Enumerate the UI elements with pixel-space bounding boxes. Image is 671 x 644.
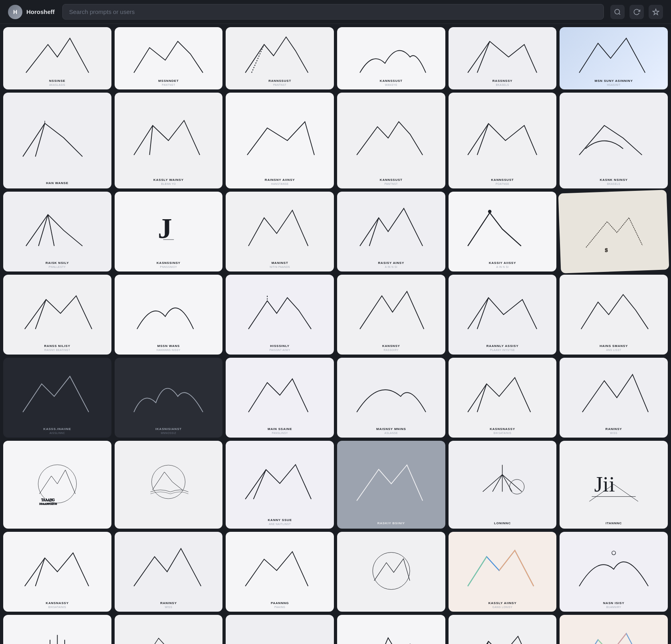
tile-12[interactable]: KASNK NSINSY BKASELS xyxy=(560,93,668,188)
tile-20[interactable]: MSSN WANS HANNNNS NISSY xyxy=(115,275,223,355)
tile-25[interactable]: KASSS.INAIINE AISSLINNC xyxy=(3,358,111,438)
tile-36[interactable]: Jii ITANNNC xyxy=(560,441,668,529)
image-grid: NSSINSE AKASLASIS MSSNNDET PANTNST RANNS… xyxy=(0,24,671,644)
tile-15-sub: NITIN PAANDS xyxy=(229,266,331,268)
tile-27-title: MAIN SSAINE xyxy=(229,427,331,431)
tile-6[interactable]: MSN SUNY ASINNINY HSASINIT xyxy=(560,27,668,89)
tile-13-title: RAISK NSILY xyxy=(6,261,108,265)
tile-38-title: RANINSY xyxy=(118,601,220,605)
sparkles-button[interactable] xyxy=(649,5,663,19)
tile-37-sub: BIKSATAINIS xyxy=(6,606,108,608)
tile-23-title: RAANNLY ASSISY xyxy=(452,344,554,348)
tile-5-sub: BKASELS xyxy=(452,83,554,86)
svg-point-0 xyxy=(615,9,619,14)
tile-5[interactable]: RASSNSSY BKASELS xyxy=(449,27,557,89)
tile-37-title: KANSNASSY xyxy=(6,601,108,605)
tile-2[interactable]: MSSNNDET PANTNST xyxy=(115,27,223,89)
svg-point-10 xyxy=(152,465,185,499)
tile-1[interactable]: NSSINSE AKASLASIS xyxy=(3,27,111,89)
tile-4[interactable]: KANNSSUST WANSYE xyxy=(337,27,445,89)
tile-17[interactable]: KASSIY AIISSY A IN N SI xyxy=(449,192,557,271)
tile-16[interactable]: RASISY AINSY A IN N SI xyxy=(337,192,445,271)
avatar: H xyxy=(8,5,22,19)
svg-point-15 xyxy=(373,553,410,590)
tile-47[interactable]: KANNSSUST xyxy=(449,615,557,644)
tile-15[interactable]: MANINST NITIN PAANDS xyxy=(226,192,334,271)
tile-38[interactable]: RANINSY WISS xyxy=(115,532,223,612)
tile-11-sub: POATNSE xyxy=(452,182,554,185)
tile-24[interactable]: HAINS SMANSY ANS LISST xyxy=(560,275,668,355)
tile-42-sub: BUANNIRY xyxy=(563,606,665,608)
tile-23[interactable]: RAANNLY ASSISY PLAANY INYSTSE xyxy=(449,275,557,355)
search-button[interactable] xyxy=(610,5,625,19)
tile-22[interactable]: KANSNSY RASSOIRY xyxy=(337,275,445,355)
tile-33-sub: ANE NAITLINST xyxy=(229,523,331,525)
tile-31[interactable]: TAAANG DDAANNTATOS xyxy=(3,441,111,529)
tile-13[interactable]: RAISK NSILY PNNLLESTY xyxy=(3,192,111,271)
tile-27[interactable]: MAIN SSAINE PANSLINSY xyxy=(226,358,334,438)
tile-26[interactable]: IKASNISIANST MNNOSSIZ xyxy=(115,358,223,438)
tile-12-sub: BKASELS xyxy=(563,182,665,185)
tile-26-title: IKASNISIANST xyxy=(118,427,220,431)
tile-35-title: LONINNC xyxy=(452,521,554,525)
tile-26-sub: MNNOSSIZ xyxy=(118,432,220,434)
tile-18[interactable]: S xyxy=(558,190,669,273)
tile-45[interactable]: KANSAAINLILY RIA SANIISINIY xyxy=(226,615,334,644)
svg-text:DDAANNTATOS: DDAANNTATOS xyxy=(39,503,57,505)
tile-3-title: RANNSSUST xyxy=(229,79,331,83)
search-bar[interactable] xyxy=(62,4,604,20)
tile-10-sub: PANTNST xyxy=(340,182,442,185)
tile-22-title: KANSNSY xyxy=(340,344,442,348)
tile-32[interactable] xyxy=(115,441,223,529)
tile-30-title: RANINSY xyxy=(563,427,665,431)
refresh-button[interactable] xyxy=(629,5,644,19)
tile-46[interactable]: NANYSINS PANTNE xyxy=(337,615,445,644)
tile-2-title: MSSNNDET xyxy=(118,79,220,83)
tile-17-sub: A IN N SI xyxy=(452,266,554,268)
tile-25-title: KASSS.INAIINE xyxy=(6,427,108,431)
tile-39-sub: PAAING xyxy=(229,606,331,608)
tile-2-sub: PANTNST xyxy=(118,83,220,86)
tile-3[interactable]: RANNSSUST PANTNST xyxy=(226,27,334,89)
tile-34-title: RASKIY BSINIY xyxy=(340,521,442,525)
tile-19[interactable]: RANSS NILISY RAISNY BEATINST xyxy=(3,275,111,355)
tile-28[interactable]: MAISNSY MNINS ASLANSE xyxy=(337,358,445,438)
tile-41-title: KASSLY AIINSY xyxy=(452,601,554,605)
search-input[interactable] xyxy=(62,4,604,20)
tile-4-sub: WANSYE xyxy=(340,83,442,86)
svg-text:TAAANG: TAAANG xyxy=(41,498,54,502)
tile-35[interactable]: LONINNC xyxy=(449,441,557,529)
tile-44[interactable]: TUINT TUINT LOSNING xyxy=(115,615,223,644)
tile-21[interactable]: HISSSINLY PAISSNT AINIY xyxy=(226,275,334,355)
tile-8[interactable]: KASSLY WAINSY BLBNN YO xyxy=(115,93,223,188)
tile-42[interactable]: NASN ISISY BUANNIRY xyxy=(560,532,668,612)
tile-7[interactable]: HAN WANSE xyxy=(3,93,111,188)
tile-21-title: HISSSINLY xyxy=(229,344,331,348)
svg-text:J: J xyxy=(158,213,172,243)
tile-37[interactable]: KANSNASSY BIKSATAINIS xyxy=(3,532,111,612)
tile-29[interactable]: KASNSNASSY BIKSATAINIS xyxy=(449,358,557,438)
tile-14-title: KASNSSINSY xyxy=(118,261,220,265)
svg-point-4 xyxy=(488,210,491,213)
tile-30[interactable]: RANINSY WISS xyxy=(560,358,668,438)
tile-24-title: HAINS SMANSY xyxy=(563,344,665,348)
tile-34[interactable]: RASKIY BSINIY xyxy=(337,441,445,529)
tile-17-title: KASSIY AIISSY xyxy=(452,261,554,265)
tile-33[interactable]: KANNY SSUE ANE NAITLINST xyxy=(226,441,334,529)
tile-48[interactable]: NASSN KINSY WOKAUN SUT xyxy=(560,615,668,644)
tile-1-sub: AKASLASIS xyxy=(6,83,108,86)
tile-9-sub: HANSTANSE xyxy=(229,182,331,185)
tile-5-title: RASSNSSY xyxy=(452,79,554,83)
tile-10-title: KANNSSUST xyxy=(340,178,442,182)
tile-11[interactable]: KANNSSUST POATNSE xyxy=(449,93,557,188)
tile-29-sub: BIKSATAINIS xyxy=(452,432,554,434)
tile-14[interactable]: J KASNSSINSY PNNSSNIOY xyxy=(115,192,223,271)
tile-11-title: KANNSSUST xyxy=(452,178,554,182)
tile-43[interactable]: LONINNC xyxy=(3,615,111,644)
tile-10[interactable]: KANNSSUST PANTNST xyxy=(337,93,445,188)
tile-9[interactable]: RAINSNY AIINSY HANSTANSE xyxy=(226,93,334,188)
tile-40[interactable] xyxy=(337,532,445,612)
tile-41[interactable]: KASSLY AIINSY GANG LONISY xyxy=(449,532,557,612)
tile-4-title: KANNSSUST xyxy=(340,79,442,83)
tile-39[interactable]: PAANNNG PAAING xyxy=(226,532,334,612)
